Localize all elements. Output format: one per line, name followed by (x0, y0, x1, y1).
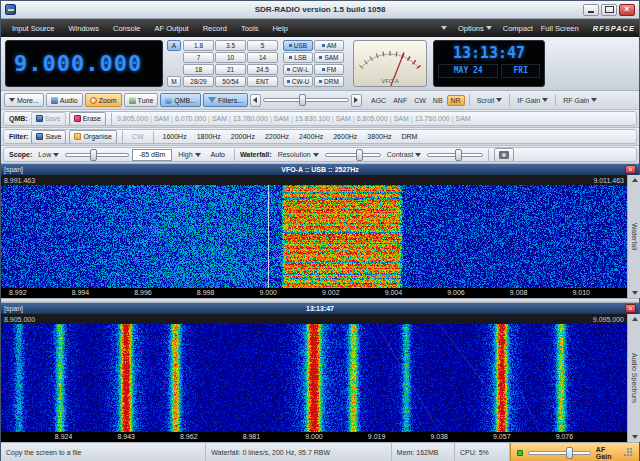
scope-level-slider[interactable] (65, 149, 129, 161)
audio-spectrum-dock-tab[interactable]: Audio Spectrum (631, 353, 638, 403)
mode-fm-button[interactable]: FM (314, 64, 344, 75)
audio-button[interactable]: Audio (46, 93, 83, 107)
qmb-save-button[interactable]: Save (31, 112, 66, 126)
qmb-slot[interactable]: 13.760.000|SAM (415, 115, 471, 122)
keypad-21-button[interactable]: 21 (215, 64, 246, 75)
tune-slider-thumb[interactable] (299, 94, 306, 106)
scroll-dropdown[interactable]: Scroll (474, 97, 506, 104)
waterfall-contrast-slider-thumb[interactable] (455, 149, 462, 161)
qmb-erase-button[interactable]: Erase (69, 112, 106, 126)
waterfall-a-close-button[interactable]: × (625, 165, 636, 174)
mode-cw-u-button[interactable]: CW-U (283, 76, 313, 87)
keypad-24-5-button[interactable]: 24.5 (247, 64, 278, 75)
toggle-nb[interactable]: NB (430, 96, 446, 105)
qmb-button[interactable]: QMB... (160, 93, 201, 107)
filter-width-2200hz-button[interactable]: 2200Hz (261, 130, 293, 143)
if-gain-dropdown[interactable]: IF Gain (514, 97, 551, 104)
tune-step-left-button[interactable] (250, 94, 261, 107)
tune-slider[interactable] (263, 94, 349, 106)
waterfall-b-display[interactable] (1, 324, 627, 432)
toggle-agc[interactable]: AGC (368, 96, 389, 105)
toggle-nr[interactable]: NR (447, 95, 465, 106)
keypad-10-button[interactable]: 10 (215, 52, 246, 63)
mode-am-button[interactable]: AM (314, 40, 344, 51)
scroll-down-icon[interactable] (632, 435, 638, 439)
menu-console[interactable]: Console (106, 24, 148, 33)
filter-width-drm-button[interactable]: DRM (397, 130, 421, 143)
screenshot-button[interactable] (494, 148, 514, 162)
vfo-a-button[interactable]: A (167, 40, 181, 51)
qmb-slot[interactable]: 13.780.000|SAM (233, 115, 289, 122)
keypad-18-button[interactable]: 18 (183, 64, 214, 75)
mode-cw-l-button[interactable]: CW-L (283, 64, 313, 75)
options-menu[interactable]: Options (455, 24, 495, 33)
filter-width-2600hz-button[interactable]: 2600Hz (329, 130, 361, 143)
keypad-50-54-button[interactable]: 50/54 (215, 76, 246, 87)
frequency-display[interactable]: 9.000.000 (5, 40, 163, 87)
menu-tools[interactable]: Tools (234, 24, 266, 33)
menu-af-output[interactable]: AF Output (148, 24, 196, 33)
waterfall-a-display[interactable] (1, 185, 627, 288)
menu-input-source[interactable]: Input Source (5, 24, 62, 33)
tune-button[interactable]: Tune (124, 93, 159, 107)
af-gain-slider[interactable] (528, 447, 591, 459)
keypad-28-29-button[interactable]: 28/29 (183, 76, 214, 87)
mode-usb-button[interactable]: USB (283, 40, 313, 51)
toggle-cw[interactable]: CW (411, 96, 429, 105)
resize-grip[interactable] (625, 448, 633, 457)
filter-width-1600hz-button[interactable]: 1600Hz (159, 130, 191, 143)
mode-drm-button[interactable]: DRM (314, 76, 344, 87)
zoom-button[interactable]: Zoom (85, 93, 122, 107)
waterfall-contrast-dropdown[interactable]: Contrast (384, 151, 424, 158)
filter-width-2400hz-button[interactable]: 2400Hz (295, 130, 327, 143)
full-screen-button[interactable]: Full Screen (541, 24, 579, 33)
waterfall-b-close-button[interactable]: × (625, 304, 636, 313)
menu-record[interactable]: Record (196, 24, 234, 33)
maximize-button[interactable] (601, 4, 617, 16)
waterfall-resolution-slider-thumb[interactable] (356, 149, 363, 161)
menu-windows[interactable]: Windows (62, 24, 106, 33)
mode-sam-button[interactable]: SAM (314, 52, 344, 63)
menu-help[interactable]: Help (265, 24, 294, 33)
scroll-up-icon[interactable] (632, 317, 638, 321)
qmb-slot[interactable]: 6.805.000|SAM (357, 115, 409, 122)
waterfall-b-header[interactable]: 13:13:47 [span] × (1, 303, 639, 314)
filters-button[interactable]: Filters... (203, 93, 248, 107)
keypad-ent-button[interactable]: ENT (247, 76, 278, 87)
qmb-slot[interactable]: 9.805.000|SAM (117, 115, 169, 122)
keypad-7-button[interactable]: 7 (183, 52, 214, 63)
waterfall-a-header[interactable]: VFO-A :: USB :: 2527Hz [span] × (1, 164, 639, 175)
compact-button[interactable]: Compact (503, 24, 533, 33)
scroll-up-icon[interactable] (632, 178, 638, 182)
title-bar[interactable]: SDR-RADIO version 1.5 build 1058 (1, 1, 639, 19)
filter-save-button[interactable]: Save (31, 130, 66, 144)
scope-auto-button[interactable]: Auto (207, 148, 229, 161)
scope-low-dropdown[interactable]: Low (35, 151, 62, 158)
minimize-button[interactable] (583, 4, 599, 16)
keypad-3-5-button[interactable]: 3.5 (215, 40, 246, 51)
waterfall-contrast-slider[interactable] (427, 149, 483, 161)
filter-width-3800hz-button[interactable]: 3800Hz (363, 130, 395, 143)
menu-overflow-chevron-icon[interactable] (441, 26, 447, 30)
qmb-slot[interactable]: 15.830.100|SAM (295, 115, 351, 122)
af-gain-slider-thumb[interactable] (566, 447, 573, 459)
tune-step-right-button[interactable] (351, 94, 362, 107)
filter-cw-button[interactable]: CW (128, 130, 148, 143)
waterfall-resolution-slider[interactable] (325, 149, 381, 161)
keypad-14-button[interactable]: 14 (247, 52, 278, 63)
toggle-anf[interactable]: ANF (390, 96, 410, 105)
filter-width-2000hz-button[interactable]: 2000Hz (227, 130, 259, 143)
memory-button[interactable]: M (167, 76, 181, 87)
filter-width-1800hz-button[interactable]: 1800Hz (193, 130, 225, 143)
keypad-5-button[interactable]: 5 (247, 40, 278, 51)
keypad-1-8-button[interactable]: 1.8 (183, 40, 214, 51)
qmb-slot[interactable]: 6.070.000|SAM (175, 115, 227, 122)
rf-gain-dropdown[interactable]: RF Gain (560, 97, 600, 104)
scroll-down-icon[interactable] (632, 291, 638, 295)
waterfall-resolution-dropdown[interactable]: Resolution (275, 151, 322, 158)
scope-level-slider-thumb[interactable] (90, 149, 97, 161)
mode-lsb-button[interactable]: LSB (283, 52, 313, 63)
close-button[interactable] (619, 4, 635, 16)
scope-high-dropdown[interactable]: High (175, 151, 203, 158)
waterfall-dock-tab[interactable]: Waterfall (631, 223, 638, 250)
